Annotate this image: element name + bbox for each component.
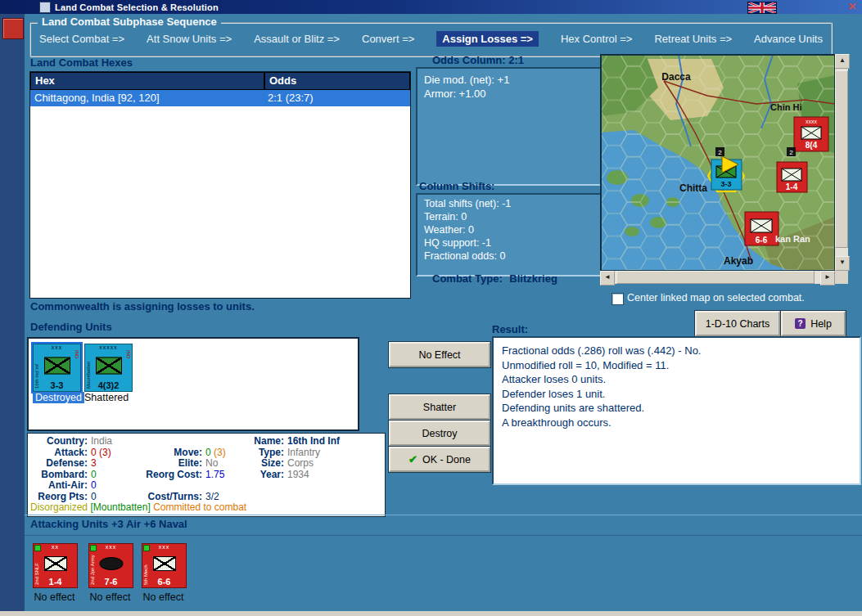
defending-unit-counter[interactable]: xxxxx Mountbatten IND 4(3)2: [84, 344, 133, 392]
defending-units-title: Defending Units: [30, 321, 112, 333]
help-button[interactable]: ? Help: [781, 311, 846, 336]
column-shifts-box: Total shifts (net): -1 Terrain: 0 Weathe…: [416, 193, 611, 277]
linked-map[interactable]: xxxx 8(4 2 2 3-3 1-4 6-6 Dacca Chin Hi C…: [600, 54, 836, 272]
scroll-right-button[interactable]: ►: [820, 271, 835, 286]
no-effect-label: No Effect: [418, 349, 460, 361]
status-hq: [Mountbatten]: [90, 501, 150, 513]
reorg-cost-label: Reorg Cost:: [140, 470, 202, 480]
map-horizontal-scrollbar[interactable]: ◄ ►: [600, 271, 835, 284]
unit-result-label: No effect: [33, 591, 76, 603]
unit-strength: 3-3: [34, 380, 80, 390]
shift-line: Terrain: 0: [424, 210, 602, 223]
svg-text:6-6: 6-6: [756, 236, 768, 245]
map-unit-counter-hq[interactable]: xxxx 8(4: [794, 117, 828, 151]
phase-status-text: Commonwealth is assigning losses to unit…: [30, 300, 255, 312]
combat-type-label: Combat Type:: [432, 272, 503, 285]
subphase-sequence-legend: Land Combat Subphase Sequence: [38, 16, 221, 28]
step-assault-or-blitz: Assault or Blitz =>: [254, 33, 340, 45]
scroll-left-button[interactable]: ◄: [600, 271, 615, 286]
svg-text:3-3: 3-3: [720, 180, 731, 188]
odds-column-title: Odds Column: 2:1: [432, 54, 524, 66]
window-title: Land Combat Selection & Resolution: [55, 2, 219, 12]
size-label: Size:: [252, 458, 284, 469]
step-assign-losses: Assign Losses =>: [436, 31, 539, 47]
result-line: Fractional odds (.286) roll was (.442) -…: [502, 344, 851, 358]
app-icon: [39, 2, 51, 13]
stack-count-badge: 2: [787, 147, 796, 156]
step-select-combat: Select Combat =>: [39, 33, 124, 45]
attacking-units-title: Attacking Units +3 Air +6 Naval: [30, 518, 187, 530]
result-line: Unmodified roll = 10, Modified = 11.: [502, 358, 851, 373]
map-unit-counter-defender[interactable]: 3-3: [711, 156, 742, 190]
unit-result-label: No effect: [142, 591, 185, 603]
step-convert: Convert =>: [362, 33, 414, 45]
move-paren-value: (3): [214, 447, 226, 458]
unit-strength: 7-6: [89, 577, 133, 587]
stack-count-badge: 2: [715, 147, 724, 156]
svg-text:1-4: 1-4: [786, 182, 798, 191]
close-icon[interactable]: ✕: [848, 1, 856, 13]
map-unit-counter-attacker[interactable]: 6-6: [745, 212, 779, 245]
defense-value: 3: [88, 458, 140, 469]
infantry-symbol: [96, 357, 122, 375]
vscroll-track[interactable]: [835, 69, 848, 256]
shift-line: HQ support: -1: [424, 236, 602, 250]
name-label: Name:: [252, 436, 284, 447]
destroy-button[interactable]: Destroy: [389, 420, 490, 446]
year-value: 1934: [284, 470, 309, 480]
shift-line: Total shifts (net): -1: [424, 197, 602, 210]
infantry-symbol: [44, 357, 70, 375]
help-icon: ?: [795, 318, 806, 329]
odds-details-box: Die mod. (net): +1 Armor: +1.00: [416, 67, 611, 186]
year-label: Year:: [252, 470, 284, 480]
column-header-odds: Odds: [264, 72, 410, 90]
charts-button[interactable]: 1-D-10 Charts: [695, 311, 780, 336]
unit-status-label: Shattered: [84, 392, 129, 403]
title-bar: Land Combat Selection & Resolution ✕: [0, 0, 862, 14]
defense-label: Defense:: [29, 458, 88, 469]
shatter-label: Shatter: [423, 402, 456, 413]
table-row[interactable]: Chittagong, India [92, 120] 2:1 (23:7): [30, 90, 410, 106]
vscroll-thumb[interactable]: [835, 70, 848, 248]
map-vertical-scrollbar[interactable]: ▲ ▼: [835, 54, 848, 271]
antiair-value: 0: [88, 480, 140, 491]
antiair-label: Anti-Air:: [29, 480, 88, 491]
cell-hex: Chittagong, India [92, 120]: [30, 90, 264, 106]
move-value: 0: [205, 447, 211, 458]
svg-text:8(4: 8(4: [806, 141, 818, 150]
table-header: Hex Odds: [30, 72, 410, 90]
attacking-unit-counter[interactable]: xx 2nd SNLF 1-4: [33, 543, 78, 588]
scroll-down-button[interactable]: ▼: [835, 256, 850, 271]
check-icon: ✔: [408, 453, 417, 465]
charts-button-label: 1-D-10 Charts: [706, 318, 770, 330]
result-box: Fractional odds (.286) roll was (.442) -…: [492, 336, 861, 485]
step-hex-control: Hex Control =>: [561, 33, 632, 45]
ok-done-button[interactable]: ✔ OK - Done: [389, 447, 490, 472]
scroll-up-button[interactable]: ▲: [835, 54, 850, 69]
land-combat-dialog: { "window": { "title": "Land Combat Sele…: [0, 0, 862, 616]
cell-odds: 2:1 (23:7): [264, 90, 410, 106]
center-map-checkbox[interactable]: [612, 293, 624, 305]
country-label: Country:: [29, 436, 88, 447]
odds-line: Armor: +1.00: [424, 87, 602, 101]
hscroll-thumb[interactable]: [616, 271, 815, 284]
armor-symbol: [99, 557, 123, 570]
defending-unit-counter[interactable]: xxx 16th Ind Inf IND 3-3: [33, 344, 81, 392]
odds-line: Die mod. (net): +1: [424, 73, 602, 87]
center-map-checkbox-label: Center linked map on selected combat.: [627, 292, 805, 304]
hscroll-track[interactable]: [615, 271, 820, 284]
name-value: 16th Ind Inf: [284, 436, 340, 447]
map-label-chin-hills: Chin Hi: [770, 102, 802, 112]
combat-type-value: Blitzkrieg: [509, 272, 557, 285]
scrollbar-corner: [835, 271, 848, 284]
map-unit-counter-attacker[interactable]: 1-4: [777, 162, 807, 192]
destroy-label: Destroy: [422, 428, 457, 439]
window-bottom-edge: [0, 611, 862, 616]
no-effect-button[interactable]: No Effect: [389, 342, 490, 367]
attacking-unit-counter[interactable]: xxx 2nd Jpn Army 7-6: [88, 543, 133, 588]
unit-status-label: Destroyed: [33, 392, 84, 403]
country-value: India: [88, 436, 140, 447]
attacking-unit-counter[interactable]: xxx 5th Mech 6-6: [142, 543, 187, 588]
shatter-button[interactable]: Shatter: [389, 394, 490, 420]
step-retreat-units: Retreat Units =>: [654, 33, 732, 45]
